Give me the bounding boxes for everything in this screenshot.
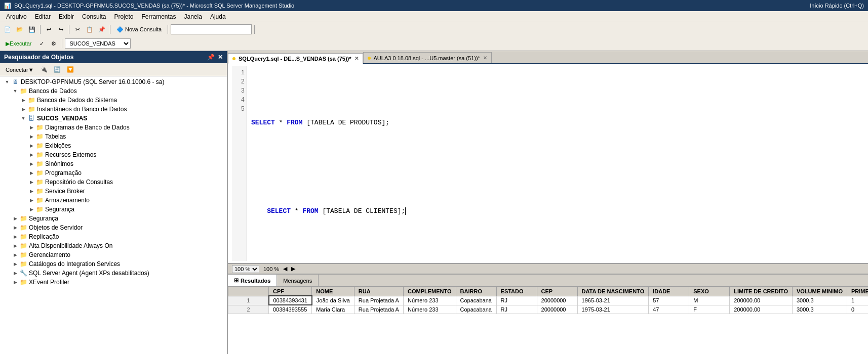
oe-refresh-btn[interactable]: 🔄 — [52, 64, 63, 75]
tree-item-sucos-vendas[interactable]: ▼ 🗄 SUCOS_VENDAS — [0, 114, 227, 123]
results-grid[interactable]: CPF NOME RUA COMPLEMENTO BAIRRO ESTADO C… — [228, 287, 868, 354]
server-toggle-icon[interactable]: ▼ — [3, 78, 11, 86]
oe-disconnect-btn[interactable]: 🔌 — [38, 64, 50, 75]
replication-toggle[interactable]: ▶ — [11, 233, 19, 241]
databases-toggle[interactable]: ▼ — [11, 87, 19, 95]
tree-item-replication[interactable]: ▶ 📁 Replicação — [0, 232, 227, 241]
tab-sqlquery1[interactable]: SQLQuery1.sql - DE...S_VENDAS (sa (75))*… — [228, 53, 363, 64]
alwayson-toggle[interactable]: ▶ — [11, 242, 19, 250]
storage-toggle[interactable]: ▶ — [27, 196, 35, 204]
views-toggle[interactable]: ▶ — [27, 142, 35, 150]
systemdb-toggle[interactable]: ▶ — [19, 96, 27, 104]
servicebroker-toggle[interactable]: ▶ — [27, 187, 35, 195]
integration-toggle[interactable]: ▶ — [11, 260, 19, 268]
tree-item-serverobjects[interactable]: ▶ 📁 Objetos de Servidor — [0, 223, 227, 232]
oe-filter-btn[interactable]: 🔽 — [65, 64, 76, 75]
tree-item-xevent[interactable]: ▶ 📁 XEvent Profiler — [0, 278, 227, 287]
col-estado: ESTADO — [496, 287, 537, 296]
sqlagent-toggle[interactable]: ▶ — [11, 269, 19, 277]
tree-item-management[interactable]: ▶ 📁 Gerenciamento — [0, 250, 227, 259]
sql-editor[interactable]: 1 2 3 4 5 SELECT * FROM [TABELA DE PRODU… — [228, 64, 868, 263]
security-db-toggle[interactable]: ▶ — [27, 205, 35, 213]
tree-item-systemdb[interactable]: ▶ 📁 Bancos de Dados do Sistema — [0, 96, 227, 105]
cut-btn[interactable]: ✂ — [72, 24, 83, 35]
database-dropdown[interactable]: SUCOS_VENDAS — [65, 38, 131, 49]
tables-toggle[interactable]: ▶ — [27, 132, 35, 141]
col-idade: IDADE — [649, 287, 689, 296]
diagrams-icon: 📁 — [35, 123, 44, 131]
menu-editar[interactable]: Editar — [31, 11, 55, 22]
oe-tree: ▼ 🖥 DESKTOP-GPFNMU5 (SQL Server 16.0.100… — [0, 76, 227, 354]
tree-item-security-db[interactable]: ▶ 📁 Segurança — [0, 205, 227, 214]
oe-connect-btn[interactable]: Conectar▼ — [3, 64, 36, 75]
row2-estado: RJ — [496, 305, 537, 314]
oe-pin-icon[interactable]: 📌 — [207, 54, 215, 61]
tab-close-sqlquery1[interactable]: ✕ — [354, 56, 359, 61]
zoom-select[interactable]: 100 % — [232, 265, 259, 273]
tree-item-security[interactable]: ▶ 📁 Segurança — [0, 214, 227, 223]
tree-item-external[interactable]: ▶ 📁 Recursos Externos — [0, 150, 227, 159]
diagrams-toggle[interactable]: ▶ — [27, 123, 35, 131]
tree-item-querystore[interactable]: ▶ 📁 Repositório de Consultas — [0, 178, 227, 187]
sep2 — [69, 25, 69, 34]
serverobjects-toggle[interactable]: ▶ — [11, 224, 19, 232]
tree-item-tables[interactable]: ▶ 📁 Tabelas — [0, 132, 227, 141]
xevent-label: XEvent Profiler — [29, 279, 69, 286]
integration-icon: 📁 — [19, 260, 27, 268]
programming-toggle[interactable]: ▶ — [27, 169, 35, 177]
tree-item-storage[interactable]: ▶ 📁 Armazenamento — [0, 196, 227, 205]
tree-item-diagrams[interactable]: ▶ 📁 Diagramas de Banco de Dados — [0, 123, 227, 132]
open-btn[interactable]: 📂 — [14, 24, 25, 35]
copy-btn[interactable]: 📋 — [84, 24, 95, 35]
tree-server-node[interactable]: ▼ 🖥 DESKTOP-GPFNMU5 (SQL Server 16.0.100… — [0, 77, 227, 86]
menu-ferramentas[interactable]: Ferramentas — [137, 11, 180, 22]
sep1 — [40, 25, 41, 34]
snapshots-toggle[interactable]: ▶ — [19, 105, 27, 113]
tree-item-synonyms[interactable]: ▶ 📁 Sinônimos — [0, 159, 227, 168]
row1-bairro: Copacabana — [456, 296, 496, 305]
new-query-btn[interactable]: 📄 — [2, 24, 13, 35]
tab-aula3[interactable]: AULA3 0 18.08.sql - ...U5.master (sa (51… — [363, 52, 492, 63]
execute-btn[interactable]: ▶ Executar — [2, 38, 35, 49]
querystore-toggle[interactable]: ▶ — [27, 178, 35, 186]
external-toggle[interactable]: ▶ — [27, 151, 35, 159]
menu-janela[interactable]: Janela — [180, 11, 206, 22]
main-layout: Pesquisador de Objetos 📌 ✕ Conectar▼ 🔌 🔄… — [0, 51, 868, 354]
undo-btn[interactable]: ↩ — [43, 24, 54, 35]
tree-item-sqlagent[interactable]: ▶ 🔧 SQL Server Agent (Agent XPs desabili… — [0, 269, 227, 278]
results-tab-results[interactable]: ⊞ Resultados — [228, 275, 277, 286]
synonyms-toggle[interactable]: ▶ — [27, 160, 35, 168]
management-toggle[interactable]: ▶ — [11, 251, 19, 259]
redo-btn[interactable]: ↪ — [55, 24, 66, 35]
search-toolbar-input[interactable] — [171, 24, 252, 34]
tree-item-integration[interactable]: ▶ 📁 Catálogos do Integration Services — [0, 259, 227, 269]
quick-access[interactable]: Início Rápido (Ctrl+Q) — [810, 3, 864, 9]
tree-item-views[interactable]: ▶ 📁 Exibições — [0, 141, 227, 150]
row2-nome: Maria Clara — [312, 305, 354, 314]
sucos-toggle[interactable]: ▼ — [19, 114, 27, 122]
menu-arquivo[interactable]: Arquivo — [2, 11, 31, 22]
tree-item-databases[interactable]: ▼ 📁 Bancos de Dados — [0, 86, 227, 96]
menu-projeto[interactable]: Projeto — [110, 11, 137, 22]
tree-item-alwayson[interactable]: ▶ 📁 Alta Disponibilidade Always On — [0, 241, 227, 250]
security-toggle[interactable]: ▶ — [11, 214, 19, 223]
tree-item-programming[interactable]: ▶ 📁 Programação — [0, 168, 227, 178]
menu-exibir[interactable]: Exibir — [55, 11, 78, 22]
serverobjects-icon: 📁 — [19, 224, 27, 232]
oe-close-icon[interactable]: ✕ — [218, 54, 223, 61]
new-query-main-btn[interactable]: 🔷 ExecutarNova Consulta — [113, 24, 165, 35]
xevent-toggle[interactable]: ▶ — [11, 278, 19, 286]
sql-content[interactable]: SELECT * FROM [TABELA DE PRODUTOS]; SELE… — [247, 66, 864, 261]
check-btn[interactable]: ✓ — [36, 38, 47, 49]
save-btn[interactable]: 💾 — [26, 24, 37, 35]
parse-btn[interactable]: ⚙ — [48, 38, 59, 49]
results-tab-messages[interactable]: Mensagens — [277, 275, 319, 286]
menu-ajuda[interactable]: Ajuda — [206, 11, 230, 22]
tab-aula3-close[interactable]: ✕ — [483, 55, 487, 61]
paste-btn[interactable]: 📌 — [96, 24, 107, 35]
scroll-arrow-left[interactable]: ◀ — [283, 266, 287, 272]
tree-item-snapshots[interactable]: ▶ 📁 Instantâneos do Banco de Dados — [0, 105, 227, 114]
scroll-arrow-right[interactable]: ▶ — [291, 266, 295, 272]
menu-consulta[interactable]: Consulta — [78, 11, 110, 22]
tree-item-servicebroker[interactable]: ▶ 📁 Service Broker — [0, 187, 227, 196]
